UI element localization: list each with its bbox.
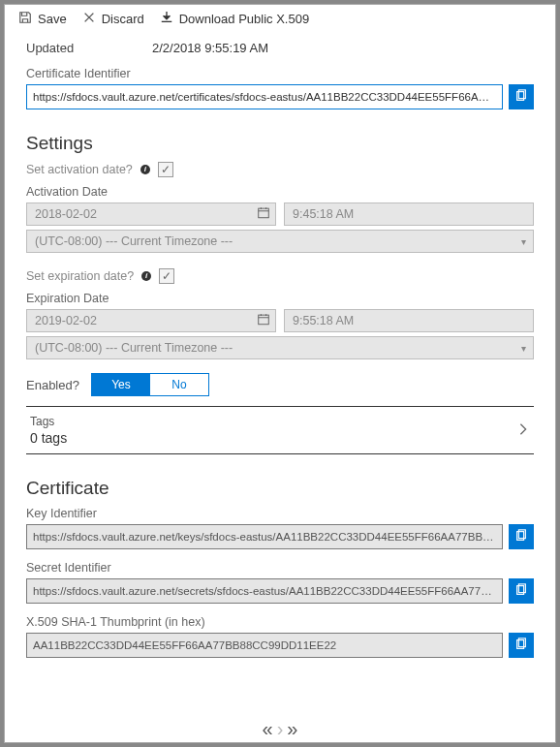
expiration-date-label: Expiration Date: [26, 292, 534, 305]
set-expiration-date-row: Set expiration date? i ✓: [26, 268, 534, 284]
settings-heading: Settings: [26, 133, 534, 154]
expiration-timezone-select[interactable]: (UTC-08:00) --- Current Timezone ---: [26, 336, 534, 359]
expiration-time-input[interactable]: 9:55:18 AM: [284, 309, 534, 332]
scroll-right-fast-icon[interactable]: »: [285, 716, 299, 742]
discard-label: Discard: [102, 12, 144, 26]
updated-value: 2/2/2018 9:55:19 AM: [152, 41, 268, 55]
scroll-left-fast-icon[interactable]: «: [261, 716, 275, 742]
certificate-identifier-input[interactable]: [26, 84, 503, 109]
enabled-row: Enabled? Yes No: [26, 373, 534, 396]
set-activation-date-label: Set activation date?: [26, 163, 133, 176]
download-icon: [160, 11, 173, 27]
activation-timezone-select[interactable]: (UTC-08:00) --- Current Timezone ---: [26, 230, 534, 253]
save-button[interactable]: Save: [18, 11, 67, 27]
download-label: Download Public X.509: [179, 12, 309, 26]
copy-thumbprint-button[interactable]: [509, 633, 534, 658]
save-label: Save: [38, 12, 67, 26]
calendar-icon[interactable]: [257, 313, 270, 329]
enabled-toggle: Yes No: [91, 373, 209, 396]
discard-button[interactable]: Discard: [82, 11, 144, 27]
horizontal-scroll-controls: « › »: [261, 716, 300, 742]
set-expiration-date-label: Set expiration date?: [26, 269, 134, 283]
calendar-icon[interactable]: [257, 206, 270, 223]
info-icon[interactable]: i: [141, 271, 151, 281]
chevron-down-icon: ▾: [521, 343, 526, 354]
tags-row[interactable]: Tags 0 tags: [26, 406, 534, 454]
secret-identifier-input[interactable]: [26, 578, 503, 604]
copy-secret-identifier-button[interactable]: [509, 578, 534, 604]
certificate-details-panel: Save Discard Download Public X.509 Updat…: [4, 4, 556, 743]
toolbar: Save Discard Download Public X.509: [5, 5, 555, 33]
expiration-date-input[interactable]: 2019-02-02: [26, 309, 276, 332]
enabled-label: Enabled?: [26, 378, 79, 392]
copy-certificate-identifier-button[interactable]: [509, 84, 534, 109]
copy-icon: [514, 529, 528, 545]
save-icon: [18, 11, 32, 27]
certificate-identifier-label: Certificate Identifier: [26, 67, 534, 80]
updated-row: Updated 2/2/2018 9:55:19 AM: [26, 41, 534, 55]
copy-icon: [514, 638, 528, 654]
set-activation-date-row: Set activation date? i ✓: [26, 162, 534, 177]
svg-rect-3: [259, 315, 269, 325]
certificate-heading: Certificate: [26, 478, 534, 499]
updated-label: Updated: [26, 41, 152, 55]
copy-key-identifier-button[interactable]: [509, 524, 534, 549]
tags-label: Tags: [30, 415, 67, 428]
activation-date-input[interactable]: 2018-02-02: [26, 202, 276, 226]
activation-date-label: Activation Date: [26, 185, 534, 199]
key-identifier-label: Key Identifier: [26, 507, 534, 520]
key-identifier-input[interactable]: [26, 524, 503, 549]
chevron-down-icon: ▾: [521, 236, 526, 247]
set-activation-date-checkbox[interactable]: ✓: [158, 162, 173, 177]
thumbprint-input[interactable]: [26, 633, 503, 658]
secret-identifier-label: Secret Identifier: [26, 561, 534, 575]
copy-icon: [514, 89, 528, 106]
close-icon: [82, 11, 96, 27]
info-icon[interactable]: i: [140, 165, 150, 174]
enabled-yes-option[interactable]: Yes: [92, 374, 150, 395]
scroll-right-icon[interactable]: ›: [275, 716, 286, 742]
chevron-right-icon: [516, 422, 530, 439]
set-expiration-date-checkbox[interactable]: ✓: [159, 268, 174, 284]
enabled-no-option[interactable]: No: [150, 374, 208, 395]
svg-rect-2: [259, 208, 269, 218]
content-area: Updated 2/2/2018 9:55:19 AM Certificate …: [5, 33, 555, 742]
thumbprint-label: X.509 SHA-1 Thumbprint (in hex): [26, 615, 534, 629]
tags-count: 0 tags: [30, 430, 67, 446]
copy-icon: [514, 583, 528, 600]
download-public-x509-button[interactable]: Download Public X.509: [160, 11, 309, 27]
activation-time-input[interactable]: 9:45:18 AM: [284, 202, 534, 226]
